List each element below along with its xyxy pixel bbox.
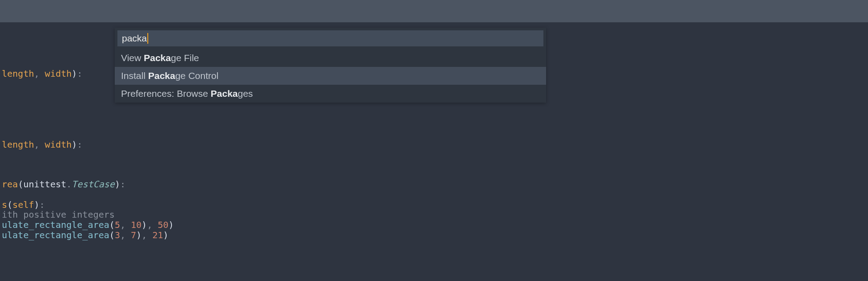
command-palette-item[interactable]: View Package File <box>115 49 546 67</box>
command-palette: packa View Package FileInstall Package C… <box>115 28 546 103</box>
command-palette-results: View Package FileInstall Package Control… <box>115 49 546 103</box>
title-bar <box>0 0 868 22</box>
code-line: length, width): <box>0 68 83 79</box>
code-line: ulate_rectangle_area(3, 7), 21) <box>0 229 168 241</box>
command-palette-input-wrapper[interactable]: packa <box>117 30 543 46</box>
code-line: length, width): <box>0 139 83 150</box>
command-palette-item[interactable]: Preferences: Browse Packages <box>115 85 546 103</box>
code-line: rea(unittest.TestCase): <box>0 178 125 190</box>
command-palette-item[interactable]: Install Package Control <box>115 67 546 85</box>
command-palette-input[interactable]: packa <box>122 33 148 44</box>
text-cursor <box>147 33 148 44</box>
